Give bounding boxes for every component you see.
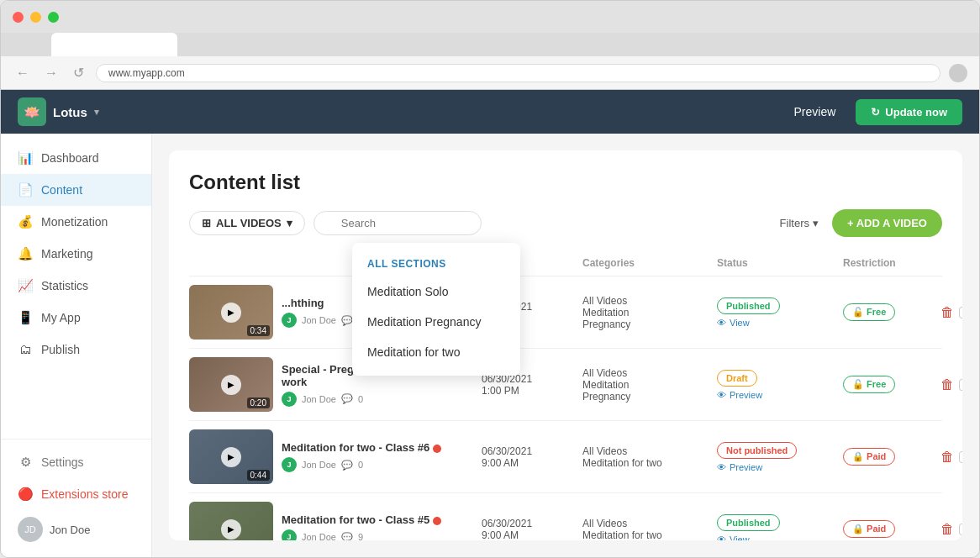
user-info: JD Jon Doe: [1, 510, 151, 549]
col-status: Status: [710, 257, 836, 269]
toolbar-left: ⊞ ALL VIDEOS ▾ 🔍: [189, 211, 482, 235]
topbar-actions: Preview ↻ Update now: [784, 99, 962, 125]
status-badge-2: Draft: [717, 370, 757, 387]
eye-icon-3: 👁: [717, 462, 726, 472]
restrict-cell-4: 🔒 Paid: [836, 520, 937, 538]
preview-link-2[interactable]: 👁 Preview: [717, 390, 830, 400]
settings-icon: ⚙: [18, 455, 33, 470]
user-name: Jon Doe: [50, 524, 90, 536]
status-badge-1: Published: [717, 297, 780, 314]
play-icon-4[interactable]: ▶: [221, 519, 241, 540]
row-checkbox-2[interactable]: [959, 379, 962, 391]
restriction-badge-4: 🔒 Paid: [843, 520, 895, 538]
comment-icon-4: 💬: [341, 532, 353, 541]
sidebar-item-marketing[interactable]: 🔔 Marketing: [1, 238, 151, 270]
view-link-4[interactable]: 👁 View: [717, 534, 830, 541]
row-checkbox-1[interactable]: [959, 307, 962, 318]
delete-button-3[interactable]: 🗑: [940, 450, 954, 465]
browser-tab-active[interactable]: [51, 33, 177, 56]
preview-link-3[interactable]: 👁 Preview: [717, 462, 830, 472]
sidebar-item-content[interactable]: 📄 Content: [1, 174, 151, 206]
author-name-1: Jon Doe: [302, 315, 336, 325]
duration-1: 0:34: [247, 325, 270, 336]
col-categories: Categories: [576, 257, 710, 269]
thumbnail-3: ▶ 0:44: [189, 429, 273, 484]
search-input[interactable]: [313, 211, 482, 235]
extensions-icon: 🔴: [18, 487, 33, 502]
live-indicator-3: [433, 445, 441, 453]
table-row: ▶ 0:34 ...hthing J Jon Doe 💬 0: [189, 276, 942, 349]
filters-button[interactable]: Filters ▾: [780, 217, 819, 229]
dropdown-item-solo[interactable]: Meditation Solo: [352, 276, 520, 307]
preview-button[interactable]: Preview: [784, 100, 846, 124]
status-badge-3: Not published: [717, 442, 797, 459]
cat-cell-2: All VideosMeditationPregnancy: [576, 367, 710, 403]
sidebar-item-extensions[interactable]: 🔴 Extensions store: [1, 478, 151, 510]
refresh-button[interactable]: ↺: [70, 63, 87, 82]
logo-icon: 🪷: [18, 97, 46, 126]
sidebar-label-marketing: Marketing: [41, 247, 92, 261]
delete-button-1[interactable]: 🗑: [940, 305, 954, 320]
play-icon-2[interactable]: ▶: [221, 375, 241, 395]
grid-icon: ⊞: [202, 217, 211, 229]
update-now-button[interactable]: ↻ Update now: [856, 99, 962, 125]
all-videos-button[interactable]: ⊞ ALL VIDEOS ▾: [189, 211, 305, 235]
author-avatar-4: J: [282, 529, 297, 540]
close-window-button[interactable]: [13, 12, 24, 23]
sidebar-item-statistics[interactable]: 📈 Statistics: [1, 270, 151, 302]
sidebar-label-myapp: My App: [41, 311, 81, 324]
sidebar-label-extensions: Extensions store: [41, 487, 129, 501]
video-info-3: Meditation for two - Class #6 J Jon Doe …: [282, 441, 475, 472]
sidebar-label-settings: Settings: [41, 455, 84, 469]
eye-icon-1: 👁: [717, 318, 726, 328]
eye-icon-4: 👁: [717, 534, 726, 541]
logo-text: Lotus: [53, 105, 87, 119]
sidebar-item-myapp[interactable]: 📱 My App: [1, 302, 151, 334]
table-row: ▶ Meditation for two - Class #5 J Jon Do…: [189, 493, 942, 540]
add-video-button[interactable]: + ADD A VIDEO: [832, 209, 942, 237]
status-cell-2: Draft 👁 Preview: [710, 370, 836, 400]
sidebar-label-publish: Publish: [41, 343, 80, 356]
status-badge-4: Published: [717, 514, 780, 531]
comment-icon-2: 💬: [341, 393, 353, 404]
dropdown-header: ALL SECTIONS: [352, 251, 520, 276]
sidebar-item-publish[interactable]: 🗂 Publish: [1, 334, 151, 365]
statistics-icon: 📈: [18, 278, 33, 293]
comment-count-2: 0: [358, 394, 363, 404]
row-checkbox-4[interactable]: [959, 524, 962, 535]
author-avatar-3: J: [282, 457, 297, 472]
restriction-badge-1: 🔓 Free: [843, 303, 895, 321]
eye-icon-2: 👁: [717, 390, 726, 400]
filters-chevron-icon: ▾: [813, 217, 819, 229]
maximize-window-button[interactable]: [48, 12, 59, 23]
dropdown-item-pregnancy[interactable]: Meditation Pregnancy: [352, 307, 520, 337]
thumbnail-1: ▶ 0:34: [189, 285, 273, 340]
all-videos-chevron-icon: ▾: [287, 217, 292, 229]
main-layout: 📊 Dashboard 📄 Content 💰 Monetization 🔔 M…: [1, 134, 979, 557]
sidebar-item-monetization[interactable]: 💰 Monetization: [1, 206, 151, 238]
delete-button-2[interactable]: 🗑: [940, 377, 954, 392]
address-input[interactable]: [96, 64, 940, 82]
cat-cell-1: All VideosMeditationPregnancy: [576, 295, 710, 330]
restriction-badge-3: 🔒 Paid: [843, 448, 895, 466]
search-wrapper: 🔍: [313, 211, 482, 235]
monetization-icon: 💰: [18, 214, 33, 229]
filters-label: Filters: [780, 217, 809, 229]
forward-button[interactable]: →: [41, 64, 61, 82]
dropdown-item-two[interactable]: Meditation for two: [352, 337, 520, 367]
view-link-1[interactable]: 👁 View: [717, 318, 830, 328]
play-icon-3[interactable]: ▶: [221, 447, 241, 467]
author-name-2: Jon Doe: [302, 394, 336, 404]
minimize-window-button[interactable]: [30, 12, 41, 23]
row-checkbox-3[interactable]: [959, 451, 962, 463]
play-icon[interactable]: ▶: [221, 303, 241, 323]
browser-menu-icon[interactable]: [949, 64, 967, 82]
live-indicator-4: [433, 517, 441, 525]
date-cell-2: 06/30/20211:00 PM: [475, 373, 576, 397]
sidebar-item-dashboard[interactable]: 📊 Dashboard: [1, 142, 151, 174]
sidebar-item-settings[interactable]: ⚙ Settings: [1, 446, 151, 478]
thumbnail-4: ▶: [189, 502, 273, 540]
delete-button-4[interactable]: 🗑: [940, 522, 954, 537]
back-button[interactable]: ←: [13, 64, 33, 82]
status-cell-3: Not published 👁 Preview: [710, 442, 836, 472]
